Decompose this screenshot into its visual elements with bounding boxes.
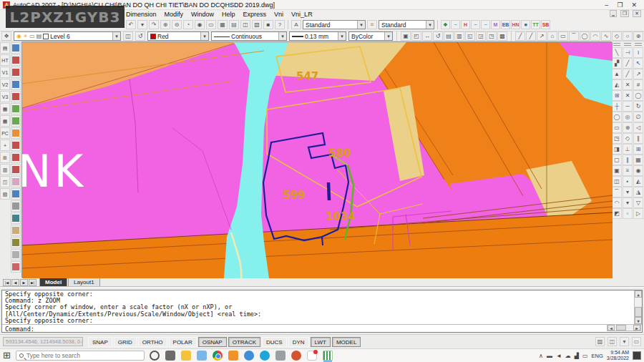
toggle-grid[interactable]: GRID (114, 337, 137, 347)
menu-vni_lr[interactable]: Vni_LR (291, 11, 313, 18)
object-properties-icon[interactable]: ▥ (454, 31, 464, 41)
side-block-button[interactable] (11, 200, 21, 212)
taskbar-app-task-view[interactable] (165, 351, 175, 361)
draw-tool-icon[interactable]: ○ (623, 31, 633, 41)
toggle-osnap[interactable]: OSNAP (198, 337, 227, 347)
toolbar-icon[interactable]: ◫ (240, 20, 250, 29)
side-block-button[interactable] (11, 42, 21, 54)
tab-nav-button[interactable]: |◀ (3, 279, 11, 286)
taskbar-app-skype[interactable] (244, 351, 254, 361)
status-tray-icon[interactable]: ▾ (620, 337, 629, 346)
modify-tool-icon[interactable]: # (633, 79, 643, 90)
toolbar-colored-button[interactable]: ❖ (441, 20, 450, 29)
mdi-control-button[interactable]: ❐ (620, 10, 629, 17)
modify-tool-icon[interactable]: ◳ (612, 133, 622, 144)
modify-tool-icon[interactable]: ▞ (612, 58, 622, 69)
side-tool-button[interactable]: ▧ (0, 188, 10, 200)
toolbar-colored-button[interactable]: TT (531, 20, 540, 29)
toggle-ortho[interactable]: ORTHO (138, 337, 167, 347)
object-properties-icon[interactable]: ↔ (422, 31, 432, 41)
toolbar-icon[interactable]: ▦ (218, 20, 228, 29)
tab-layout1[interactable]: Layout1 (68, 278, 99, 286)
side-tool-button[interactable]: ▦ (0, 115, 10, 127)
side-tool-button[interactable]: ◫ (0, 176, 10, 187)
toolbar-colored-button[interactable]: SB (541, 20, 550, 29)
taskbar-app-edge[interactable] (260, 351, 270, 361)
scroll-track[interactable] (635, 298, 642, 317)
status-tray-icon[interactable]: ▭ (632, 337, 641, 346)
modify-tool-icon[interactable]: ◭ (633, 176, 643, 187)
toolbar-icon[interactable]: ↶ (126, 20, 136, 29)
command-vscrollbar[interactable]: ▲ ▼ (634, 290, 642, 324)
modify-tool-icon[interactable]: ⊞ (633, 144, 643, 155)
side-block-button[interactable] (11, 91, 21, 102)
draw-tool-icon[interactable]: ◇ (612, 31, 622, 41)
taskbar-search[interactable] (16, 351, 145, 361)
modify-tool-icon[interactable]: ⊣ (623, 47, 633, 58)
taskbar-app-cortana[interactable] (150, 351, 160, 361)
toolbar-colored-button[interactable]: − (481, 20, 490, 29)
toolbar-icon[interactable]: ▤ (229, 20, 239, 29)
maximize-button[interactable]: ❐ (617, 1, 623, 9)
side-tool-button[interactable]: PC (0, 127, 10, 139)
modify-tool-icon[interactable]: ⌒ (612, 187, 622, 197)
modify-tool-icon[interactable]: ↻ (633, 101, 643, 112)
draw-tool-icon[interactable]: ↗ (537, 31, 547, 41)
command-prompt[interactable]: Command: (2, 324, 642, 333)
object-properties-icon[interactable]: ◳ (487, 31, 497, 41)
modify-tool-icon[interactable]: ▲ (612, 69, 622, 79)
side-block-button[interactable] (11, 164, 21, 175)
modify-tool-icon[interactable]: ▽ (633, 197, 643, 208)
layer-lock-icon[interactable]: ▭ (29, 34, 35, 39)
modify-tool-icon[interactable]: ◩ (612, 208, 622, 219)
modify-tool-icon[interactable]: ✕ (623, 79, 633, 90)
side-block-button[interactable] (11, 261, 21, 273)
toolbar-icon[interactable]: ◉ (195, 20, 205, 29)
layer-on-icon[interactable]: ◉ (16, 34, 21, 39)
object-properties-icon[interactable]: ◰ (411, 31, 421, 41)
draw-tool-icon[interactable]: ◠ (590, 31, 600, 41)
toolbar-icon[interactable]: ▭ (206, 20, 216, 29)
object-properties-icon[interactable]: ↺ (433, 31, 443, 41)
chevron-down-icon[interactable]: ▾ (338, 32, 346, 40)
menu-vni[interactable]: Vni (274, 11, 283, 18)
tab-nav-button[interactable]: ▶ (20, 279, 28, 286)
modify-tool-icon[interactable]: ─ (623, 101, 633, 112)
side-tool-button[interactable]: + (0, 140, 10, 151)
modify-tool-icon[interactable]: I (633, 47, 643, 58)
tray-icon[interactable]: ∧ (539, 353, 543, 359)
draw-tool-icon[interactable]: ∿ (601, 31, 611, 41)
modify-tool-icon[interactable]: ∅ (633, 112, 643, 122)
side-block-button[interactable] (11, 176, 21, 187)
text-style-icon[interactable]: A (291, 20, 301, 29)
modify-tool-icon[interactable]: ∥ (633, 133, 643, 144)
menu-dimension[interactable]: Dimension (126, 11, 157, 18)
modify-tool-icon[interactable]: ◯ (633, 90, 643, 101)
modify-tool-icon[interactable]: ╲ (612, 47, 622, 58)
minimize-button[interactable]: – (605, 1, 608, 9)
command-hscrollbar[interactable]: ◀ ▶ (607, 324, 641, 331)
side-tool-button[interactable]: ⊞ (0, 152, 10, 163)
close-button[interactable]: ✕ (631, 1, 637, 9)
chevron-down-icon[interactable]: ▾ (200, 32, 208, 40)
toolbar-icon[interactable]: ⊕ (160, 20, 170, 29)
lineweight-combo[interactable]: 0.13 mm ▾ (289, 31, 346, 41)
drawing-canvas[interactable]: 547 580 599 1034 NK (21, 41, 612, 278)
scroll-down-icon[interactable]: ▼ (635, 317, 642, 324)
modify-tool-icon[interactable]: ◠ (612, 197, 622, 208)
side-block-button[interactable] (11, 103, 21, 114)
object-properties-icon[interactable]: ◲ (476, 31, 486, 41)
tray-icon[interactable]: ☁ (565, 353, 571, 359)
toolbar-colored-button[interactable]: H (461, 20, 470, 29)
modify-tool-icon[interactable]: ╱ (623, 69, 633, 79)
draw-tool-icon[interactable]: ⌂ (547, 31, 557, 41)
start-button[interactable]: ⊞ (3, 350, 11, 361)
modify-tool-icon[interactable]: ⊕ (623, 122, 633, 133)
side-block-button[interactable] (11, 152, 21, 163)
modify-tool-icon[interactable]: ▾ (623, 187, 633, 197)
side-tool-button[interactable]: V2 (0, 79, 10, 90)
menu-express[interactable]: Express (243, 11, 267, 18)
object-properties-icon[interactable]: ▤ (444, 31, 454, 41)
toolbar-grip[interactable] (635, 43, 642, 46)
tray-icon[interactable]: ◄ (556, 353, 562, 359)
